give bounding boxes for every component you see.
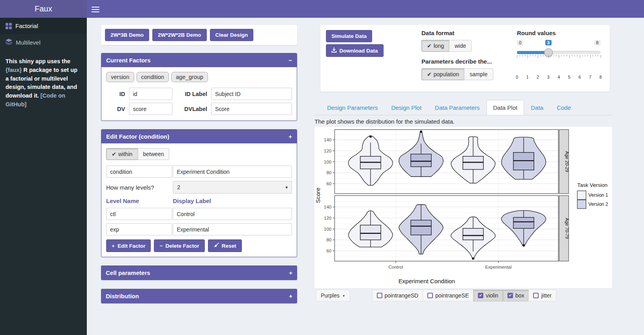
tab-design-parameters[interactable]: Design Parameters	[320, 100, 384, 115]
demo-2w2w2b-button[interactable]: 2W*2W*2B Demo	[152, 29, 207, 41]
simulate-box: Simulate Data Download Data Data format …	[320, 25, 610, 92]
delete-factor-button[interactable]: −Delete Factor	[154, 239, 204, 252]
expand-plus-icon[interactable]: +	[289, 270, 292, 276]
sidebar: Factorial Multilevel This shiny app uses…	[0, 18, 87, 335]
svg-text:Experimental: Experimental	[485, 265, 511, 269]
svg-text:Task Version: Task Version	[577, 182, 608, 188]
svg-text:100: 100	[324, 160, 331, 164]
reset-button[interactable]: Reset	[208, 239, 242, 252]
levels-select[interactable]: 2 ▾	[173, 181, 292, 194]
tab-code[interactable]: Code	[550, 100, 578, 115]
data-plot: 60801001201406080100120140Age 20-29Age 7…	[315, 127, 612, 288]
checkbox-icon	[377, 293, 382, 298]
display-label-column-header: Display Label	[173, 198, 211, 204]
sidebar-item-label: Multilevel	[16, 39, 41, 46]
tab-bar: Design Parameters Design Plot Data Param…	[315, 100, 612, 115]
slider-fill-bar	[517, 51, 549, 54]
id-input[interactable]	[129, 88, 172, 100]
round-values-slider: 0 3 8 012345678	[517, 40, 601, 71]
slider-max-badge: 8	[594, 40, 601, 45]
pointrangesd-checkbox[interactable]: pointrangeSD	[372, 290, 423, 301]
dv-label-field-label: DVLabel	[176, 106, 207, 112]
svg-text:140: 140	[324, 137, 331, 142]
level-name-column-header: Level Name	[106, 198, 173, 204]
svg-text:Version 1: Version 1	[588, 192, 608, 198]
chevron-down-icon: ▾	[343, 294, 344, 298]
population-toggle[interactable]: ✔population	[421, 68, 464, 80]
svg-text:60: 60	[326, 181, 331, 186]
factor-chip-version[interactable]: version	[106, 72, 134, 82]
tab-data[interactable]: Data	[524, 100, 550, 115]
simulate-data-button[interactable]: Simulate Data	[326, 30, 372, 42]
sidebar-item-factorial[interactable]: Factorial	[0, 18, 87, 34]
svg-text:Age 20-29: Age 20-29	[565, 151, 569, 172]
checkbox-icon	[478, 293, 483, 298]
level-name-input[interactable]	[106, 208, 172, 220]
edit-factor-button[interactable]: +Edit Factor	[106, 239, 151, 252]
tab-design-plot[interactable]: Design Plot	[384, 100, 428, 115]
dv-field-label: DV	[106, 106, 125, 112]
id-label-field-label: ID Label	[176, 91, 207, 97]
level-name-input[interactable]	[106, 223, 172, 235]
faux-link[interactable]: {faux}	[6, 67, 22, 73]
level-label-input[interactable]	[173, 208, 292, 220]
svg-text:Age 70-79: Age 70-79	[565, 218, 569, 239]
broom-icon	[213, 243, 219, 249]
palette-select[interactable]: Purples ▾	[316, 290, 350, 301]
levels-question-label: How many levels?	[106, 184, 172, 191]
level-label-input[interactable]	[173, 223, 292, 235]
sidebar-toggle-icon[interactable]	[92, 5, 99, 12]
svg-text:120: 120	[324, 216, 331, 220]
tab-data-parameters[interactable]: Data Parameters	[428, 100, 486, 115]
top-navbar: Faux	[0, 0, 644, 18]
check-icon: ✔	[427, 43, 432, 49]
panel-title: Edit Factor (condition)	[106, 133, 169, 140]
expand-plus-icon[interactable]: +	[289, 293, 292, 299]
distribution-panel[interactable]: Distribution +	[101, 289, 297, 303]
sidebar-about-text: This shiny app uses the {faux} R package…	[0, 51, 87, 115]
current-factors-header: Current Factors −	[101, 53, 297, 67]
edit-factor-panel: Edit Factor (condition) + ✔within ✔betwe…	[101, 129, 297, 257]
grid-icon	[6, 23, 12, 29]
jitter-checkbox[interactable]: jitter	[528, 290, 556, 301]
sidebar-item-label: Factorial	[15, 23, 38, 29]
data-format-label: Data format	[421, 30, 493, 36]
long-toggle[interactable]: ✔long	[421, 40, 449, 52]
svg-text:Experiment Condition: Experiment Condition	[399, 278, 455, 284]
slider-value-badge: 3	[545, 40, 551, 45]
plot-options-group: pointrangeSD pointrangeSE violin box jit…	[372, 290, 556, 301]
factor-chip-condition[interactable]: condition	[137, 72, 169, 82]
sidebar-item-multilevel[interactable]: Multilevel	[0, 34, 87, 51]
edit-factor-header: Edit Factor (condition) +	[101, 130, 297, 143]
sample-toggle[interactable]: ✔sample	[464, 68, 493, 80]
collapse-plus-icon[interactable]: +	[288, 134, 292, 139]
download-icon	[331, 47, 337, 54]
checkbox-icon	[507, 293, 513, 298]
tab-data-plot[interactable]: Data Plot	[487, 100, 524, 115]
svg-text:140: 140	[324, 205, 331, 209]
between-toggle[interactable]: ✔between	[138, 148, 170, 160]
layers-icon	[6, 39, 12, 46]
demo-2w3b-button[interactable]: 2W*3B Demo	[105, 29, 149, 41]
check-icon: ✔	[427, 71, 432, 77]
pointrangese-checkbox[interactable]: pointrangeSE	[423, 290, 474, 301]
within-toggle[interactable]: ✔within	[106, 148, 138, 160]
app-brand: Faux	[0, 0, 87, 18]
collapse-minus-icon[interactable]: −	[288, 57, 292, 63]
factor-name-input[interactable]	[106, 166, 172, 178]
box-checkbox[interactable]: box	[503, 290, 529, 301]
factor-chip-age-group[interactable]: age_group	[171, 72, 208, 82]
violin-checkbox[interactable]: violin	[473, 290, 503, 301]
id-label-input[interactable]	[211, 88, 292, 100]
cell-parameters-panel[interactable]: Cell parameters +	[101, 265, 297, 280]
clear-design-button[interactable]: Clear Design	[210, 29, 254, 41]
svg-text:80: 80	[326, 237, 331, 242]
dv-input[interactable]	[129, 103, 172, 115]
checkbox-icon	[533, 293, 539, 298]
factor-display-input[interactable]	[173, 166, 292, 178]
wide-toggle[interactable]: ✔wide	[449, 40, 472, 52]
download-data-button[interactable]: Download Data	[326, 44, 384, 57]
dv-label-input[interactable]	[211, 103, 292, 115]
plot-caption: The plot shows the distribution for the …	[315, 118, 612, 125]
slider-ticks: 012345678	[517, 55, 601, 59]
